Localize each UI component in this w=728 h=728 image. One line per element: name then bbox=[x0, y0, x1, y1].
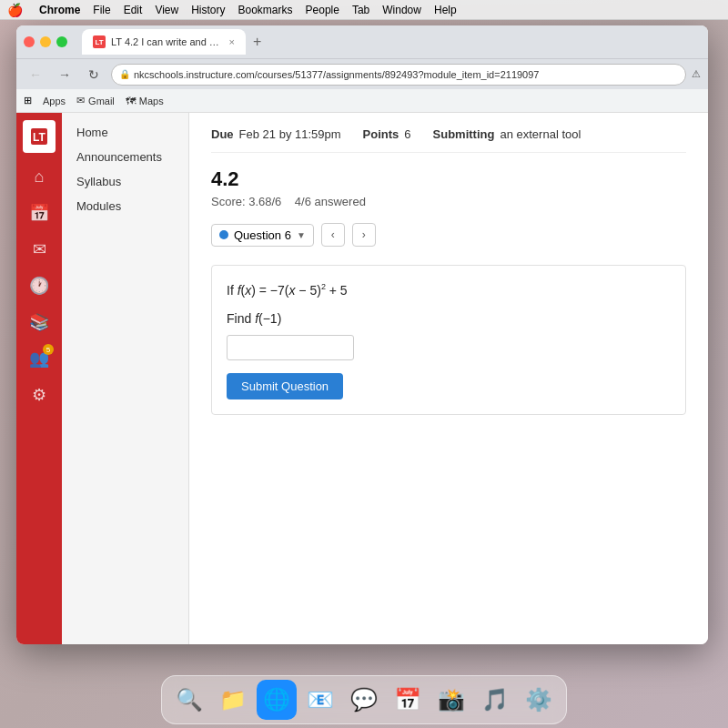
tab-favicon: LT bbox=[93, 35, 106, 48]
tab-title: LT 4.2 I can write and evaluate bbox=[111, 36, 224, 47]
answer-input[interactable] bbox=[227, 335, 354, 360]
nav-home[interactable]: Home bbox=[62, 120, 188, 145]
assignment-title: 4.2 bbox=[211, 167, 686, 191]
menu-window[interactable]: Window bbox=[382, 4, 421, 16]
back-button[interactable]: ← bbox=[24, 63, 47, 86]
nav-home-icon[interactable]: ⌂ bbox=[23, 160, 56, 193]
desktop: 🍎 Chrome File Edit View History Bookmark… bbox=[0, 0, 728, 728]
due-label: Due bbox=[211, 127, 234, 141]
page-content: Due Feb 21 by 11:59pm Points 6 Submittin… bbox=[189, 113, 708, 644]
question-text: If f(x) = −7(x − 5)2 + 5 bbox=[227, 280, 671, 300]
warning-icon: ⚠ bbox=[692, 68, 701, 80]
maps-icon: 🗺 bbox=[126, 96, 136, 106]
score-value: 3.68/6 bbox=[248, 195, 281, 208]
due-value: Feb 21 by 11:59pm bbox=[239, 127, 341, 141]
lock-icon: 🔒 bbox=[119, 69, 130, 79]
submit-button[interactable]: Submit Question bbox=[227, 373, 343, 399]
browser-window: LT LT 4.2 I can write and evaluate × + ←… bbox=[16, 25, 708, 644]
menu-view[interactable]: View bbox=[155, 4, 178, 16]
assignment-meta: Due Feb 21 by 11:59pm Points 6 Submittin… bbox=[211, 127, 686, 153]
answered-count: 4/6 answered bbox=[295, 195, 366, 208]
menu-edit[interactable]: Edit bbox=[124, 4, 143, 16]
menu-history[interactable]: History bbox=[191, 4, 225, 16]
bookmark-apps[interactable]: Apps bbox=[43, 96, 66, 106]
question-box: If f(x) = −7(x − 5)2 + 5 Find f(−1) Subm… bbox=[211, 265, 686, 415]
dock-messages[interactable]: 💬 bbox=[344, 680, 384, 720]
new-tab-button[interactable]: + bbox=[248, 29, 267, 55]
main-content: LT ⌂ 📅 ✉ 🕐 📚 👥 5 ⚙ Home Announcements Sy… bbox=[16, 113, 708, 644]
question-label: Question 6 bbox=[234, 228, 291, 242]
question-dropdown[interactable]: Question 6 ▼ bbox=[211, 224, 314, 247]
bookmark-maps[interactable]: 🗺 Maps bbox=[126, 96, 164, 106]
nav-modules[interactable]: Modules bbox=[62, 194, 188, 218]
gmail-icon: ✉ bbox=[76, 95, 85, 106]
question-selector: Question 6 ▼ ‹ › bbox=[211, 223, 686, 247]
nav-history-icon[interactable]: 🕐 bbox=[23, 269, 56, 302]
submitting-label: Submitting bbox=[433, 127, 495, 141]
menu-chrome[interactable]: Chrome bbox=[39, 4, 80, 16]
points-label: Points bbox=[363, 127, 399, 141]
dock-finder[interactable]: 🔍 bbox=[169, 680, 209, 720]
prev-question-button[interactable]: ‹ bbox=[321, 223, 345, 247]
menubar: 🍎 Chrome File Edit View History Bookmark… bbox=[0, 0, 728, 20]
chrome-titlebar: LT LT 4.2 I can write and evaluate × + bbox=[16, 25, 708, 58]
apple-menu[interactable]: 🍎 bbox=[7, 3, 23, 17]
close-button[interactable] bbox=[24, 36, 35, 47]
submitting: Submitting an external tool bbox=[433, 127, 581, 141]
dock-safari[interactable]: 🌐 bbox=[257, 680, 297, 720]
nav-settings-icon[interactable]: ⚙ bbox=[23, 379, 56, 411]
active-tab[interactable]: LT LT 4.2 I can write and evaluate × bbox=[82, 29, 246, 55]
tab-bar: LT LT 4.2 I can write and evaluate × + bbox=[82, 29, 267, 55]
tab-close-button[interactable]: × bbox=[229, 36, 235, 47]
nav-courses-icon[interactable]: 📚 bbox=[23, 306, 56, 339]
score-label: Score: bbox=[211, 195, 246, 208]
reload-button[interactable]: ↻ bbox=[82, 63, 106, 86]
dock-mail[interactable]: 📧 bbox=[300, 680, 340, 720]
points-value: 6 bbox=[404, 127, 410, 141]
next-question-button[interactable]: › bbox=[352, 223, 376, 247]
traffic-lights bbox=[24, 36, 67, 47]
canvas-logo: LT bbox=[23, 120, 56, 153]
nav-calendar-icon[interactable]: 📅 bbox=[23, 197, 56, 229]
maximize-button[interactable] bbox=[56, 36, 67, 47]
canvas-sidebar: LT ⌂ 📅 ✉ 🕐 📚 👥 5 ⚙ bbox=[16, 113, 62, 644]
minimize-button[interactable] bbox=[40, 36, 51, 47]
address-text: nkcschools.instructure.com/courses/51377… bbox=[134, 69, 539, 80]
menu-tab[interactable]: Tab bbox=[352, 4, 369, 16]
menu-file[interactable]: File bbox=[93, 4, 110, 16]
score-line: Score: 3.68/6 4/6 answered bbox=[211, 195, 686, 208]
menu-bookmarks[interactable]: Bookmarks bbox=[238, 4, 293, 16]
dropdown-arrow-icon: ▼ bbox=[297, 230, 306, 240]
extension-area: ⚠ bbox=[692, 68, 701, 80]
dock-photos[interactable]: 📸 bbox=[431, 680, 471, 720]
nav-inbox-icon[interactable]: ✉ bbox=[23, 233, 56, 266]
chrome-toolbar: ← → ↻ 🔒 nkcschools.instructure.com/cours… bbox=[16, 58, 708, 89]
dock-settings[interactable]: ⚙️ bbox=[519, 680, 559, 720]
menu-help[interactable]: Help bbox=[434, 4, 457, 16]
due-date: Due Feb 21 by 11:59pm bbox=[211, 127, 341, 141]
dock-calendar[interactable]: 📅 bbox=[388, 680, 428, 720]
apps-icon: ⊞ bbox=[24, 95, 32, 106]
address-bar[interactable]: 🔒 nkcschools.instructure.com/courses/513… bbox=[111, 64, 686, 86]
bookmarks-bar: ⊞ Apps ✉ Gmail 🗺 Maps bbox=[16, 89, 708, 113]
dock: 🔍 📁 🌐 📧 💬 📅 📸 🎵 ⚙️ bbox=[161, 675, 567, 724]
forward-button[interactable]: → bbox=[53, 63, 76, 86]
nav-syllabus[interactable]: Syllabus bbox=[62, 169, 188, 194]
submitting-value: an external tool bbox=[500, 127, 581, 141]
dock-music[interactable]: 🎵 bbox=[475, 680, 515, 720]
course-sidebar: Home Announcements Syllabus Modules bbox=[62, 113, 189, 644]
notification-badge: 5 bbox=[43, 344, 54, 355]
find-text: Find f(−1) bbox=[227, 311, 671, 326]
nav-announcements[interactable]: Announcements bbox=[62, 145, 188, 169]
menu-people[interactable]: People bbox=[306, 4, 339, 16]
svg-text:LT: LT bbox=[33, 131, 46, 144]
nav-groups-icon[interactable]: 👥 5 bbox=[23, 342, 56, 375]
points: Points 6 bbox=[363, 127, 411, 141]
dock-folder[interactable]: 📁 bbox=[213, 680, 253, 720]
question-status-dot bbox=[219, 230, 228, 239]
bookmark-gmail[interactable]: ✉ Gmail bbox=[76, 95, 115, 106]
